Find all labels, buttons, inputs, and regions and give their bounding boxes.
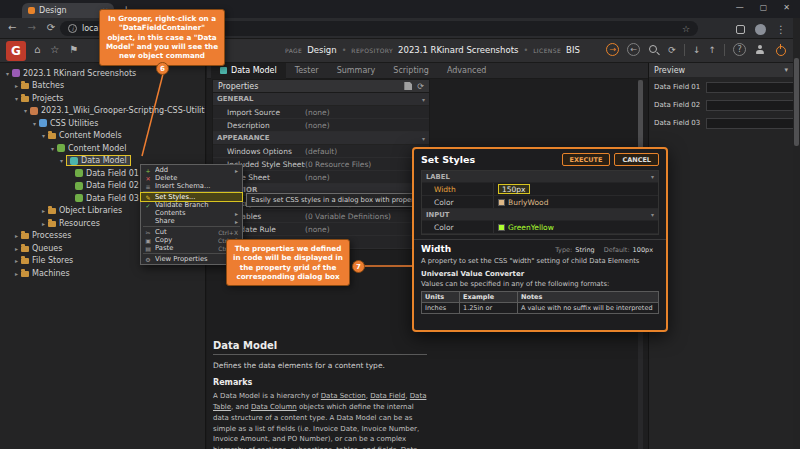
property-row-description[interactable]: Description(none) bbox=[213, 119, 429, 132]
tab-summary[interactable]: Summary bbox=[328, 63, 385, 79]
doc-remarks: A Data Model is a hierarchy of Data Sect… bbox=[213, 391, 427, 449]
tree-item-label: File Stores bbox=[32, 256, 73, 265]
property-row-style-sheet[interactable]: Style Sheet(none) bbox=[213, 171, 429, 184]
tab-tester[interactable]: Tester bbox=[286, 63, 328, 79]
tree-item-2023-1-rkinard-screenshots[interactable]: ▾2023.1 RKinard Screenshots bbox=[0, 67, 205, 80]
browser-menu-icon[interactable]: ⋮ bbox=[776, 24, 786, 35]
menu-item-validate-branch[interactable]: ✓Validate Branch bbox=[141, 201, 242, 209]
browser-back-icon[interactable]: ← bbox=[8, 22, 16, 33]
dialog-row-color[interactable]: ColorGreenYellow bbox=[422, 221, 658, 234]
converter-title: Universal Value Converter bbox=[421, 270, 659, 278]
chevron-down-icon[interactable]: ▾ bbox=[57, 157, 66, 164]
browser-actions: ⋮ bbox=[736, 21, 786, 37]
dialog-row-color[interactable]: ColorBurlyWood bbox=[422, 196, 658, 209]
window-minimize-icon[interactable]: — bbox=[736, 3, 744, 12]
chevron-down-icon[interactable]: ▾ bbox=[48, 145, 57, 152]
header-left-icons: ⌂ ☆ ⚑ bbox=[34, 44, 78, 55]
dialog-section-input[interactable]: INPUT▾ bbox=[422, 209, 658, 221]
dialog-value-editor[interactable]: 150px bbox=[498, 184, 530, 194]
tree-item-content-model[interactable]: ▾Content Model bbox=[0, 142, 205, 155]
site-info-icon[interactable]: i bbox=[68, 24, 77, 33]
preview-field-input[interactable] bbox=[706, 100, 800, 111]
refresh-icon[interactable]: ⟳ bbox=[668, 45, 676, 55]
nav-forward-circle-icon[interactable]: → bbox=[606, 43, 619, 56]
tree-item-projects[interactable]: ▾Projects bbox=[0, 92, 205, 105]
dialog-row-width[interactable]: Width150px bbox=[422, 183, 658, 196]
upload-icon[interactable]: ↑ bbox=[708, 45, 716, 55]
tree-item-machines[interactable]: ▸Machines bbox=[0, 267, 205, 280]
grooper-logo[interactable]: G bbox=[6, 41, 26, 61]
menu-item-cut[interactable]: ✂CutCtrl+X bbox=[141, 228, 242, 236]
download-icon[interactable]: ↓ bbox=[693, 45, 701, 55]
chevron-down-icon[interactable]: ▾ bbox=[30, 120, 39, 127]
chevron-right-icon[interactable]: ▸ bbox=[12, 232, 21, 239]
chevron-right-icon[interactable]: ▸ bbox=[39, 220, 48, 227]
tab-scripting[interactable]: Scripting bbox=[384, 63, 438, 79]
menu-item-delete[interactable]: ✕Delete bbox=[141, 174, 242, 182]
cancel-button[interactable]: CANCEL bbox=[614, 153, 659, 166]
dialog-section-label: LABEL bbox=[426, 173, 450, 181]
menu-item-share[interactable]: Share▸ bbox=[141, 217, 242, 225]
chevron-right-icon[interactable]: ▸ bbox=[12, 257, 21, 264]
tree-item-content-models[interactable]: ▾Content Models bbox=[0, 130, 205, 143]
menu-item-add[interactable]: +Add▸ bbox=[141, 166, 242, 174]
browser-forward-icon[interactable]: → bbox=[27, 22, 35, 33]
properties-section-general[interactable]: GENERAL▾ bbox=[213, 93, 429, 106]
doc-summary: Defines the data elements for a content … bbox=[213, 361, 427, 370]
doc-link[interactable]: Data Field bbox=[370, 392, 405, 400]
chevron-down-icon[interactable]: ▾ bbox=[39, 132, 48, 139]
menu-item-contents[interactable]: Contents▸ bbox=[141, 209, 242, 217]
chevron-down-icon[interactable]: ▾ bbox=[3, 70, 12, 77]
save-icon[interactable] bbox=[404, 82, 412, 90]
chevron-right-icon[interactable]: ▸ bbox=[12, 270, 21, 277]
preview-fields: Data Field 01Data Field 02Data Field 03 bbox=[649, 79, 793, 131]
tree-item-2023-1-wiki-grooper-scripting-css-utilities-projects[interactable]: ▾2023.1_Wiki_Grooper-Scripting-CSS-Utili… bbox=[0, 105, 205, 118]
preview-chevron-icon[interactable]: ▾ bbox=[784, 66, 788, 74]
property-row-windows-options[interactable]: Windows Options(default) bbox=[213, 145, 429, 158]
property-row-included-style-sheets[interactable]: Included Style Sheets(0 Resource Files) bbox=[213, 158, 429, 171]
extensions-icon[interactable] bbox=[736, 25, 745, 34]
browser-reload-icon[interactable]: ⟳ bbox=[47, 22, 55, 33]
properties-section-appearance[interactable]: APPEARANCE▾ bbox=[213, 132, 429, 145]
user-icon[interactable] bbox=[754, 44, 766, 56]
window-close-icon[interactable]: ✕ bbox=[783, 3, 790, 12]
breadcrumb-separator: • bbox=[342, 46, 347, 55]
chevron-right-icon[interactable]: ▸ bbox=[12, 245, 21, 252]
power-icon[interactable] bbox=[774, 44, 786, 56]
preview-field-input[interactable] bbox=[706, 82, 800, 93]
window-maximize-icon[interactable]: ▢ bbox=[760, 3, 768, 12]
preview-field-input[interactable] bbox=[706, 118, 800, 129]
menu-item-set-styles[interactable]: ✎Set Styles... bbox=[141, 193, 242, 201]
window-scrollbar[interactable] bbox=[793, 18, 800, 449]
menu-item-insert-schema[interactable]: ≡Insert Schema... bbox=[141, 182, 242, 190]
converter-cell: A value with no suffix will be interpret… bbox=[518, 303, 659, 314]
nav-back-circle-icon[interactable]: ← bbox=[627, 43, 640, 56]
home-icon[interactable]: ⌂ bbox=[34, 44, 40, 55]
chevron-right-icon[interactable]: ▸ bbox=[39, 207, 48, 214]
flag-icon[interactable]: ⚑ bbox=[69, 44, 78, 55]
search-icon[interactable] bbox=[648, 44, 660, 56]
dialog-row-value: 150px bbox=[494, 184, 658, 194]
validate-icon: ✓ bbox=[144, 202, 152, 209]
property-row-validate-rule[interactable]: Validate Rule(none) bbox=[213, 223, 429, 236]
tab-advanced[interactable]: Advanced bbox=[438, 63, 496, 79]
scrollbar-thumb[interactable] bbox=[794, 58, 799, 146]
chevron-down-icon[interactable]: ▾ bbox=[21, 107, 30, 114]
profile-avatar[interactable] bbox=[755, 24, 766, 35]
tree-item-css-utilities[interactable]: ▾CSS Utilities bbox=[0, 117, 205, 130]
refresh-properties-icon[interactable]: ⟳ bbox=[417, 82, 424, 91]
preview-panel: Preview ▾ Data Field 01Data Field 02Data… bbox=[648, 63, 793, 449]
dialog-section-label[interactable]: LABEL▾ bbox=[422, 171, 658, 183]
help-icon[interactable]: ? bbox=[733, 43, 746, 56]
chevron-down-icon[interactable]: ▾ bbox=[12, 95, 21, 102]
property-row-variables[interactable]: Variables(0 Variable Definitions) bbox=[213, 210, 429, 223]
bookmark-icon[interactable]: ☆ bbox=[50, 44, 59, 55]
bookmark-star-icon[interactable]: ☆ bbox=[682, 24, 690, 34]
execute-button[interactable]: EXECUTE bbox=[562, 153, 611, 166]
color-swatch bbox=[498, 224, 505, 231]
chevron-right-icon[interactable]: ▸ bbox=[12, 82, 21, 89]
doc-link[interactable]: Data Column bbox=[251, 403, 297, 411]
property-row-import-source[interactable]: Import Source(none) bbox=[213, 106, 429, 119]
doc-link[interactable]: Data Section bbox=[321, 392, 366, 400]
tree-item-batches[interactable]: ▸Batches bbox=[0, 80, 205, 93]
